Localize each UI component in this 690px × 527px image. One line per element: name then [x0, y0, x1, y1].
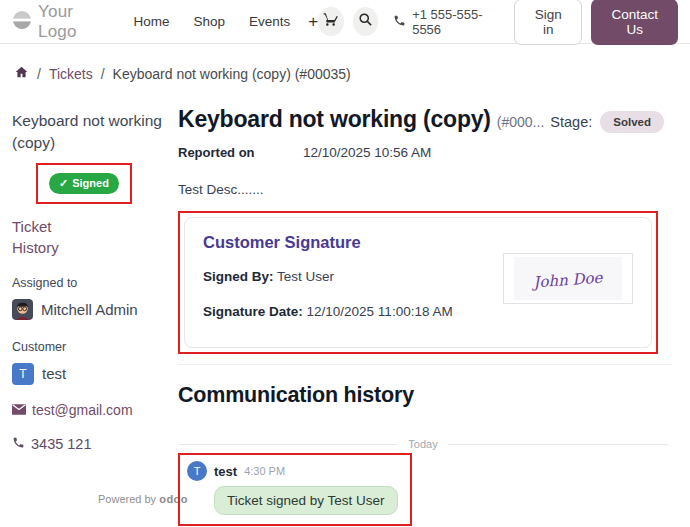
message-author: test	[214, 464, 237, 479]
phone-icon	[393, 13, 406, 31]
contact-us-button[interactable]: Contact Us	[591, 0, 678, 45]
search-button[interactable]	[353, 7, 378, 36]
customer-name: test	[42, 365, 66, 382]
sign-in-button[interactable]: Sign in	[514, 0, 582, 45]
assignee-row: Mitchell Admin	[12, 299, 164, 320]
customer-email: test@gmail.com	[32, 402, 133, 418]
cart-button[interactable]	[318, 7, 343, 36]
header-phone-link[interactable]: +1 555-555-5556	[393, 7, 497, 37]
ticket-number: (#000...	[497, 114, 544, 130]
signed-by-row: Signed By: Test User	[203, 267, 453, 287]
home-icon[interactable]	[14, 65, 29, 82]
reported-on-label: Reported on	[178, 145, 303, 160]
section-divider	[178, 364, 672, 365]
sidebar-link-history[interactable]: History	[12, 239, 164, 256]
message-bubble: Ticket signed by Test User	[214, 486, 398, 515]
customer-avatar: T	[12, 363, 34, 385]
stage-badge: Solved	[600, 111, 664, 133]
customer-label: Customer	[12, 340, 164, 354]
nav-item-events[interactable]: Events	[249, 14, 290, 29]
logo-text: Your Logo	[38, 2, 107, 42]
breadcrumb-separator: /	[101, 66, 105, 82]
breadcrumb-separator: /	[37, 66, 41, 82]
ticket-description: Test Desc.......	[178, 182, 672, 197]
sidebar-link-ticket[interactable]: Ticket	[12, 218, 164, 235]
divider-line	[448, 444, 668, 445]
reported-on-row: Reported on 12/10/2025 10:56 AM	[178, 145, 672, 160]
search-icon	[358, 12, 373, 31]
assignee-avatar	[12, 299, 33, 320]
ticket-main: Keyboard not working (copy) (#000... Sta…	[168, 88, 690, 526]
annotation-box-signed-badge: ✓ Signed	[36, 163, 132, 204]
breadcrumb-current: Keyboard not working (copy) (#00035)	[113, 66, 351, 82]
annotation-box-message: T test 4:30 PM Ticket signed by Test Use…	[178, 453, 412, 526]
check-icon: ✓	[59, 177, 68, 190]
signature-date-label: Signature Date:	[203, 304, 303, 319]
nav-item-home[interactable]: Home	[133, 14, 169, 29]
reported-on-value: 12/10/2025 10:56 AM	[303, 145, 431, 160]
communication-history-heading: Communication history	[178, 383, 672, 408]
nav-item-shop[interactable]: Shop	[194, 14, 226, 29]
breadcrumb-tickets-link[interactable]: Tickets	[49, 66, 93, 82]
phone-icon	[12, 435, 25, 453]
day-divider-label: Today	[408, 438, 437, 450]
signed-by-label: Signed By:	[203, 269, 274, 284]
nav-add-button[interactable]: +	[308, 12, 318, 32]
customer-email-link[interactable]: test@gmail.com	[12, 401, 164, 419]
assignee-name: Mitchell Admin	[41, 301, 138, 318]
message-time: 4:30 PM	[244, 465, 285, 477]
main-nav: Home Shop Events +	[133, 12, 318, 32]
customer-signature-card: Customer Signature Signed By: Test User …	[184, 217, 652, 348]
page-title: Keyboard not working (copy)	[178, 106, 491, 133]
day-divider: Today	[178, 438, 672, 450]
customer-phone: 3435 121	[31, 436, 91, 452]
ticket-sidebar: Keyboard not working (copy) ✓ Signed Tic…	[0, 88, 168, 505]
signature-heading: Customer Signature	[203, 233, 503, 252]
signed-badge: ✓ Signed	[49, 173, 119, 194]
signature-image: John Doe	[516, 259, 620, 299]
divider-line	[178, 444, 398, 445]
cart-icon	[323, 12, 338, 31]
assigned-to-label: Assigned to	[12, 276, 164, 290]
powered-by: Powered by odoo	[98, 493, 164, 505]
signed-by-value: Test User	[277, 269, 334, 284]
svg-text:John Doe: John Doe	[531, 268, 604, 291]
sidebar-ticket-title: Keyboard not working (copy)	[12, 110, 164, 155]
logo-icon	[12, 10, 32, 34]
header-phone-number: +1 555-555-5556	[412, 7, 497, 37]
customer-phone-link[interactable]: 3435 121	[12, 435, 164, 453]
signature-date-row: Signature Date: 12/10/2025 11:00:18 AM	[203, 302, 453, 322]
customer-row: T test	[12, 363, 164, 385]
breadcrumb: / Tickets / Keyboard not working (copy) …	[0, 44, 690, 88]
stage-label: Stage:	[550, 114, 592, 130]
annotation-box-signature: Customer Signature Signed By: Test User …	[178, 211, 658, 354]
signature-image-frame: John Doe	[503, 253, 633, 304]
top-navbar: Your Logo Home Shop Events +	[0, 0, 690, 44]
envelope-icon	[12, 401, 26, 419]
site-logo[interactable]: Your Logo	[12, 2, 107, 42]
message-author-avatar: T	[187, 461, 207, 481]
signature-date-value: 12/10/2025 11:00:18 AM	[307, 304, 453, 319]
